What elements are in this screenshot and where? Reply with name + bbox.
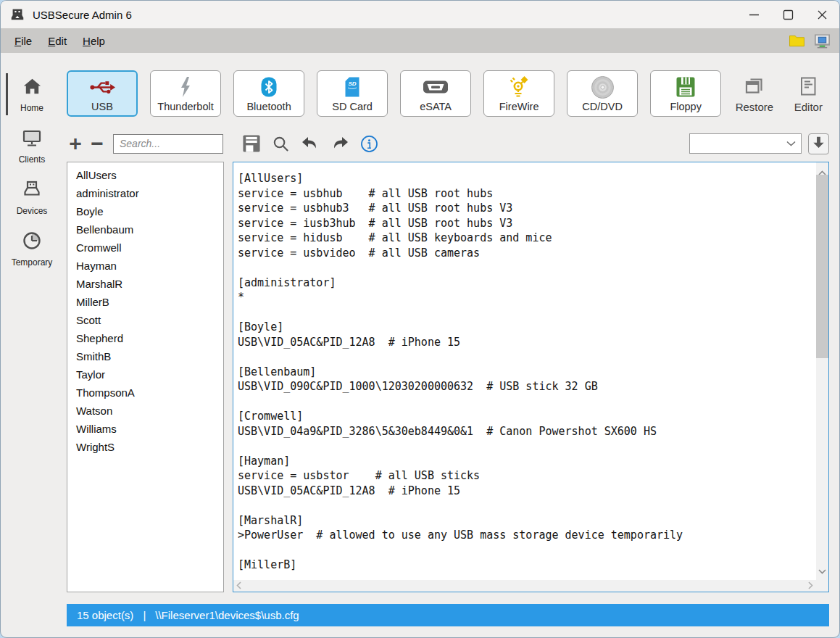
- active-indicator: [6, 73, 8, 115]
- thunderbolt-icon: [178, 75, 193, 99]
- minimize-button[interactable]: [737, 1, 771, 28]
- esata-icon: [423, 75, 449, 99]
- device-tab-label: USB: [91, 101, 113, 112]
- svg-text:SD: SD: [349, 80, 357, 87]
- list-item[interactable]: AllUsers: [67, 166, 223, 184]
- editor-icon: [797, 74, 819, 99]
- usb-icon: [89, 75, 116, 99]
- device-tab-usb[interactable]: USB: [67, 70, 138, 117]
- cd-dvd-icon: [591, 75, 615, 99]
- window-title: USBSecure Admin 6: [33, 9, 132, 21]
- scroll-right-icon[interactable]: [808, 579, 813, 592]
- apply-button[interactable]: [808, 133, 829, 154]
- scrollbar-thumb[interactable]: [816, 175, 828, 358]
- device-tab-thunderbolt[interactable]: Thunderbolt: [150, 70, 221, 117]
- menu-item-file[interactable]: File: [7, 32, 40, 50]
- floppy-icon: [675, 75, 696, 99]
- restore-icon: [744, 74, 765, 99]
- window-controls: [737, 1, 839, 28]
- list-item[interactable]: WrightS: [67, 438, 223, 456]
- device-tab-bluetooth[interactable]: Bluetooth: [233, 70, 304, 117]
- download-arrow-icon: [811, 135, 826, 152]
- status-separator: |: [143, 609, 146, 621]
- home-icon: [22, 76, 43, 100]
- list-item[interactable]: MarshalR: [67, 275, 223, 293]
- restore-label: Restore: [736, 101, 774, 113]
- clients-icon: [21, 127, 43, 152]
- device-tab-floppy[interactable]: Floppy: [650, 70, 721, 117]
- list-item[interactable]: Taylor: [67, 365, 223, 384]
- bluetooth-icon: [260, 75, 278, 99]
- device-tab-firewire[interactable]: FireWire: [483, 70, 554, 117]
- list-item[interactable]: administrator: [67, 184, 223, 202]
- close-button[interactable]: [805, 1, 839, 28]
- editor-vertical-scrollbar[interactable]: [816, 162, 828, 580]
- firewire-icon: [507, 75, 531, 99]
- status-bar: 15 object(s) | \\Fileserver1\devices$\us…: [67, 604, 829, 626]
- user-list[interactable]: AllUsers administrator Boyle Bellenbaum …: [67, 162, 224, 592]
- device-tab-sd-card[interactable]: SD SD Card: [317, 70, 388, 117]
- menu-item-help[interactable]: Help: [75, 32, 113, 50]
- config-text[interactable]: [AllUsers] service = usbhub # all USB ro…: [233, 162, 828, 587]
- sd-card-icon: SD: [344, 75, 360, 99]
- remote-computer-icon[interactable]: [814, 33, 831, 49]
- sidebar-item-home[interactable]: Home: [1, 72, 63, 117]
- remove-user-button[interactable]: −: [88, 134, 106, 153]
- device-tab-label: Bluetooth: [246, 101, 291, 112]
- save-icon[interactable]: [242, 134, 261, 153]
- device-tab-label: Thunderbolt: [157, 101, 213, 112]
- device-tab-label: CD/DVD: [582, 101, 623, 112]
- scroll-left-icon[interactable]: [236, 579, 241, 592]
- maximize-button[interactable]: [771, 1, 805, 28]
- main-area: Home Clients Devices: [1, 53, 839, 637]
- sidebar-item-label: Temporary: [12, 257, 53, 268]
- profile-dropdown[interactable]: [689, 133, 802, 154]
- scroll-down-icon[interactable]: [818, 564, 826, 577]
- app-usb-icon: [9, 7, 25, 22]
- sidebar-item-label: Devices: [17, 206, 48, 216]
- sidebar-item-clients[interactable]: Clients: [1, 123, 63, 168]
- list-item[interactable]: Watson: [67, 402, 223, 420]
- search-input[interactable]: [113, 134, 223, 154]
- undo-icon[interactable]: [301, 135, 320, 152]
- list-item[interactable]: MillerB: [67, 293, 223, 311]
- scrollbar-corner: [816, 580, 828, 592]
- temporary-clock-icon: [21, 230, 43, 254]
- sidebar-item-devices[interactable]: Devices: [1, 175, 63, 220]
- list-item[interactable]: Scott: [67, 311, 223, 329]
- config-editor[interactable]: [AllUsers] service = usbhub # all USB ro…: [233, 162, 829, 592]
- nav-sidebar: Home Clients Devices: [1, 53, 63, 637]
- folder-icon[interactable]: [789, 34, 805, 48]
- sidebar-item-temporary[interactable]: Temporary: [1, 226, 63, 271]
- device-tab-label: Floppy: [670, 101, 702, 112]
- device-tab-cd-dvd[interactable]: CD/DVD: [567, 70, 638, 117]
- list-item[interactable]: Boyle: [67, 202, 223, 220]
- sidebar-item-label: Home: [20, 103, 43, 113]
- panels: AllUsers administrator Boyle Bellenbaum …: [67, 162, 829, 592]
- menu-item-edit[interactable]: Edit: [40, 32, 75, 50]
- list-item[interactable]: Williams: [67, 420, 223, 438]
- restore-button[interactable]: Restore: [733, 70, 775, 117]
- titlebar[interactable]: USBSecure Admin 6: [1, 1, 839, 28]
- add-user-button[interactable]: +: [67, 134, 84, 153]
- object-count: 15 object(s): [77, 609, 133, 621]
- sidebar-item-label: Clients: [19, 154, 46, 165]
- menubar: File Edit Help: [1, 28, 839, 53]
- redo-icon[interactable]: [330, 135, 349, 152]
- editor-horizontal-scrollbar[interactable]: [233, 580, 816, 592]
- device-tab-label: SD Card: [332, 101, 373, 112]
- list-item[interactable]: SmithB: [67, 347, 223, 365]
- content-area: USB Thunderbolt Bluetooth SD: [63, 53, 839, 637]
- list-item[interactable]: Bellenbaum: [67, 220, 223, 239]
- editor-button[interactable]: Editor: [788, 70, 829, 117]
- list-item[interactable]: Hayman: [67, 257, 223, 275]
- list-item[interactable]: Shepherd: [67, 329, 223, 347]
- device-tab-esata[interactable]: eSATA: [400, 70, 471, 117]
- list-item[interactable]: Cromwell: [67, 239, 223, 257]
- magnifier-icon[interactable]: [272, 135, 290, 153]
- list-item[interactable]: ThompsonA: [67, 384, 223, 402]
- edit-toolbar: + −: [67, 133, 829, 154]
- info-icon[interactable]: [360, 135, 378, 153]
- editor-label: Editor: [794, 101, 823, 113]
- edit-icon-group: [242, 134, 378, 153]
